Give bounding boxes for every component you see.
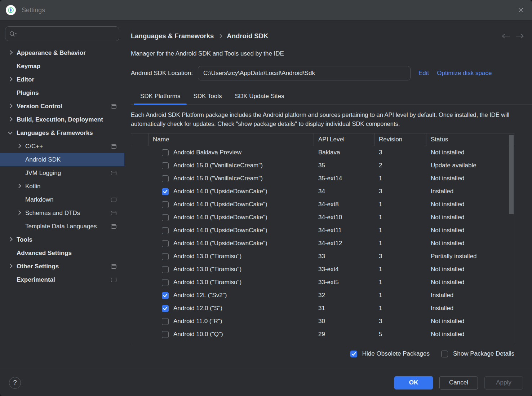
status-value: Not installed: [426, 318, 514, 325]
back-arrow-icon[interactable]: [501, 33, 510, 39]
per-project-icon: [111, 171, 116, 175]
sidebar-item-label: Other Settings: [17, 263, 59, 270]
row-checkbox[interactable]: [162, 266, 169, 273]
revision-value: 1: [374, 279, 426, 286]
chevron-icon: [8, 117, 13, 122]
table-row[interactable]: Android Baklava Preview Baklava 3 Not in…: [131, 146, 514, 159]
sidebar-item-label: Editor: [17, 76, 34, 83]
package-name: Android 15.0 ("VanillaIceCream"): [173, 162, 263, 169]
row-checkbox[interactable]: [162, 279, 169, 286]
table-row[interactable]: Android 13.0 ("Tiramisu") 33-ext5 1 Not …: [131, 276, 514, 289]
sidebar-item[interactable]: Keymap: [0, 60, 124, 73]
column-status[interactable]: Status: [426, 133, 514, 146]
cancel-button[interactable]: Cancel: [439, 376, 478, 390]
api-level-value: 33-ext5: [314, 279, 374, 286]
android-studio-icon: [6, 5, 16, 15]
column-name[interactable]: Name: [148, 133, 314, 146]
per-project-icon: [111, 198, 116, 202]
breadcrumb-parent[interactable]: Languages & Frameworks: [131, 32, 214, 40]
ok-button[interactable]: OK: [394, 376, 433, 390]
row-checkbox[interactable]: [162, 175, 169, 182]
table-row[interactable]: Android 13.0 ("Tiramisu") 33-ext4 1 Not …: [131, 263, 514, 276]
sidebar-item[interactable]: Experimental: [0, 273, 124, 286]
row-checkbox[interactable]: [162, 214, 169, 221]
table-scrollbar[interactable]: [509, 135, 514, 214]
help-icon[interactable]: ?: [9, 377, 21, 389]
sidebar-item[interactable]: Version Control: [0, 100, 124, 113]
chevron-icon: [17, 184, 21, 188]
table-row[interactable]: Android 14.0 ("UpsideDownCake") 34 3 Ins…: [131, 185, 514, 198]
optimize-disk-space-link[interactable]: Optimize disk space: [437, 70, 492, 77]
revision-value: 2: [374, 162, 426, 169]
sidebar-item[interactable]: Plugins: [0, 86, 124, 100]
sidebar-item[interactable]: Kotlin: [0, 180, 124, 193]
status-value: Not installed: [426, 149, 514, 156]
sidebar-item[interactable]: Appearance & Behavior: [0, 46, 124, 60]
table-row[interactable]: Android 14.0 ("UpsideDownCake") 34-ext8 …: [131, 198, 514, 211]
edit-link[interactable]: Edit: [418, 70, 429, 77]
sidebar-item-label: Build, Execution, Deployment: [17, 116, 103, 123]
row-checkbox[interactable]: [162, 292, 169, 299]
row-checkbox[interactable]: [162, 162, 169, 169]
sidebar-item[interactable]: C/C++: [0, 140, 124, 153]
sidebar-item[interactable]: JVM Logging: [0, 166, 124, 180]
dialog-button-bar: ? OK Cancel Apply: [0, 369, 532, 396]
show-details-option[interactable]: Show Package Details: [441, 350, 514, 357]
sidebar-item[interactable]: Tools: [0, 233, 124, 246]
table-row[interactable]: Android 13.0 ("Tiramisu") 33 3 Partially…: [131, 250, 514, 263]
sidebar-item[interactable]: Other Settings: [0, 260, 124, 273]
table-row[interactable]: Android 10.0 ("Q") 29 5 Not installed: [131, 328, 514, 341]
tab[interactable]: SDK Tools: [187, 90, 228, 104]
hide-obsolete-option[interactable]: Hide Obsolete Packages: [350, 350, 430, 357]
show-package-details-checkbox[interactable]: [441, 351, 448, 357]
sidebar-item[interactable]: Editor: [0, 73, 124, 86]
row-checkbox[interactable]: [162, 188, 169, 195]
tab[interactable]: SDK Platforms: [134, 90, 187, 104]
sidebar-item[interactable]: Android SDK: [0, 153, 124, 166]
table-row[interactable]: Android 14.0 ("UpsideDownCake") 34-ext11…: [131, 224, 514, 237]
search-input[interactable]: [5, 26, 119, 41]
apply-button[interactable]: Apply: [484, 376, 523, 390]
api-level-value: 35-ext14: [314, 175, 374, 182]
table-row[interactable]: Android 11.0 ("R") 30 3 Not installed: [131, 315, 514, 328]
sidebar-item[interactable]: Languages & Frameworks: [0, 126, 124, 140]
row-checkbox[interactable]: [162, 318, 169, 325]
column-revision[interactable]: Revision: [374, 133, 426, 146]
sidebar-item[interactable]: Template Data Languages: [0, 220, 124, 233]
row-checkbox[interactable]: [162, 227, 169, 234]
table-row[interactable]: Android 15.0 ("VanillaIceCream") 35-ext1…: [131, 172, 514, 185]
sidebar-item-label: Plugins: [17, 89, 39, 97]
sdk-location-input[interactable]: [198, 66, 411, 80]
sidebar-item[interactable]: Schemas and DTDs: [0, 206, 124, 220]
package-name: Android 14.0 ("UpsideDownCake"): [173, 188, 267, 195]
sidebar-item-label: Android SDK: [25, 156, 61, 163]
hide-obsolete-checkbox[interactable]: [350, 351, 357, 357]
sdk-platforms-table: Name API Level Revision Status An: [131, 133, 514, 344]
forward-arrow-icon[interactable]: [515, 33, 525, 39]
column-api-level[interactable]: API Level: [314, 133, 374, 146]
row-checkbox[interactable]: [162, 240, 169, 247]
sidebar-item-label: Experimental: [17, 276, 55, 283]
chevron-icon: [8, 104, 13, 108]
table-row[interactable]: Android 12L ("Sv2") 32 1 Installed: [131, 289, 514, 302]
table-row[interactable]: [131, 341, 514, 344]
close-icon[interactable]: [515, 5, 526, 16]
revision-value: 3: [374, 253, 426, 260]
table-row[interactable]: Android 14.0 ("UpsideDownCake") 34-ext12…: [131, 237, 514, 250]
chevron-icon: [17, 144, 21, 148]
sidebar-item[interactable]: Advanced Settings: [0, 246, 124, 260]
row-checkbox[interactable]: [162, 201, 169, 208]
tab[interactable]: SDK Update Sites: [229, 90, 291, 104]
table-row[interactable]: Android 14.0 ("UpsideDownCake") 34-ext10…: [131, 211, 514, 224]
row-checkbox[interactable]: [162, 305, 169, 312]
package-name: Android 14.0 ("UpsideDownCake"): [173, 201, 267, 208]
table-row[interactable]: Android 15.0 ("VanillaIceCream") 35 2 Up…: [131, 159, 514, 172]
sidebar-item[interactable]: Build, Execution, Deployment: [0, 113, 124, 126]
row-checkbox[interactable]: [162, 149, 169, 156]
table-row[interactable]: Android 12.0 ("S") 31 1 Installed: [131, 302, 514, 315]
sidebar-item[interactable]: Markdown: [0, 193, 124, 206]
revision-value: 1: [374, 227, 426, 234]
row-checkbox[interactable]: [162, 331, 169, 338]
row-checkbox[interactable]: [162, 253, 169, 260]
api-level-value: 29: [314, 331, 374, 338]
